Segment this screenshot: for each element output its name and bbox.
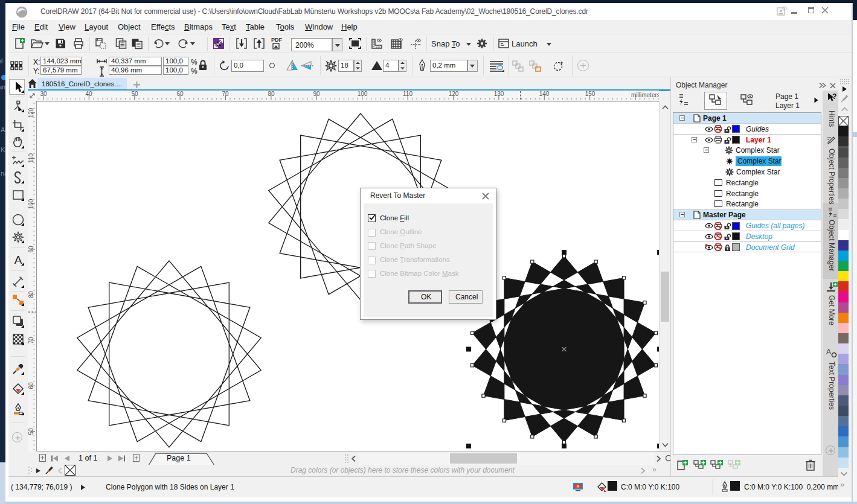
svg-text:?: ? [832, 92, 836, 101]
svg-text:A: A [826, 348, 831, 356]
svg-text:A: A [14, 254, 22, 266]
